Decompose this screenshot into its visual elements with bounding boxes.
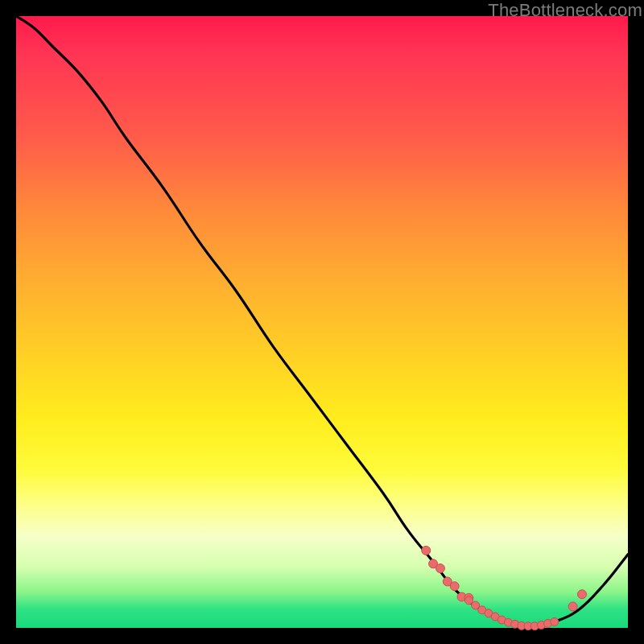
bottleneck-curve bbox=[16, 16, 628, 628]
marker-dot bbox=[551, 617, 559, 625]
marker-dot bbox=[578, 590, 587, 599]
marker-dot bbox=[450, 582, 459, 591]
chart-overlay bbox=[16, 16, 628, 628]
marker-group bbox=[422, 546, 587, 630]
marker-dot bbox=[436, 564, 444, 573]
marker-dot bbox=[568, 602, 577, 611]
plot-area bbox=[16, 16, 628, 628]
marker-dot bbox=[422, 546, 431, 555]
chart-stage: TheBottleneck.com bbox=[0, 0, 644, 644]
